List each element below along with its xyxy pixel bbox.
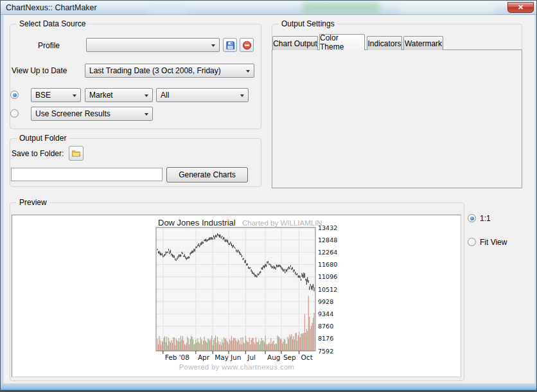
svg-text:8176: 8176 <box>318 335 333 342</box>
view-up-to-date-value: Last Trading Date (3 Oct 2008, Friday) <box>89 66 221 75</box>
svg-text:Jun: Jun <box>230 353 241 361</box>
segment-value: Market <box>89 91 113 100</box>
minus-circle-icon <box>242 40 252 50</box>
tab-label: Chart Output <box>273 39 317 48</box>
svg-text:7592: 7592 <box>318 348 333 355</box>
svg-text:Apr: Apr <box>198 353 210 361</box>
chevron-down-icon <box>145 94 148 97</box>
view-up-to-date-label: View Up to Date <box>12 66 67 75</box>
tab-content-panel <box>272 49 522 188</box>
svg-text:Sep: Sep <box>283 353 296 361</box>
tab-label: Watermark <box>405 39 442 48</box>
generate-charts-button[interactable]: Generate Charts <box>166 167 248 183</box>
folder-icon <box>71 148 81 158</box>
window-bottom-border <box>1 384 537 390</box>
save-profile-button[interactable] <box>223 38 237 52</box>
chevron-down-icon <box>211 44 215 47</box>
screener-source-radio[interactable] <box>10 109 19 118</box>
browse-folder-button[interactable] <box>69 146 84 161</box>
tab-label: Color Theme <box>320 33 364 51</box>
segment-combo[interactable]: Market <box>85 88 153 102</box>
svg-text:Jul: Jul <box>247 353 256 361</box>
chartmaker-dialog: ChartNexus:: ChartMaker ✕ Select Data So… <box>0 0 537 392</box>
chevron-down-icon <box>246 70 250 73</box>
title-bar[interactable]: ChartNexus:: ChartMaker <box>1 1 537 15</box>
screener-value: Use Screener Results <box>35 109 110 118</box>
group-legend: Output Folder <box>17 134 69 143</box>
floppy-disk-icon <box>225 40 235 50</box>
svg-text:9344: 9344 <box>318 310 333 317</box>
fit-view-radio[interactable] <box>468 238 476 246</box>
screener-combo[interactable]: Use Screener Results <box>31 107 153 121</box>
chart-preview-image: 1343212848122641168011096105129928934487… <box>132 217 341 373</box>
tab-chart-output[interactable]: Chart Output <box>272 36 318 50</box>
profile-combo[interactable] <box>86 38 220 52</box>
group-legend: Output Settings <box>279 19 337 28</box>
tab-label: Indicators <box>367 39 401 48</box>
svg-text:May: May <box>215 353 229 361</box>
svg-text:Feb '08: Feb '08 <box>165 353 189 361</box>
group-legend: Select Data Source <box>17 19 88 28</box>
fit-view-label: Fit View <box>480 238 507 247</box>
window-title: ChartNexus:: ChartMaker <box>6 1 97 15</box>
glass-reflection <box>399 2 495 13</box>
zoom-1to1-label: 1:1 <box>480 214 491 223</box>
delete-profile-button[interactable] <box>240 38 254 52</box>
filter-value: All <box>161 91 169 100</box>
candlestick-chart: 1343212848122641168011096105129928934487… <box>132 217 341 373</box>
zoom-1to1-radio[interactable] <box>468 214 476 222</box>
exchange-value: BSE <box>35 91 51 100</box>
tab-watermark[interactable]: Watermark <box>403 36 443 50</box>
view-up-to-date-combo[interactable]: Last Trading Date (3 Oct 2008, Friday) <box>85 64 254 78</box>
save-to-folder-label: Save to Folder: <box>12 149 64 158</box>
chevron-down-icon <box>73 94 76 97</box>
generate-charts-label: Generate Charts <box>179 170 236 179</box>
tab-indicators[interactable]: Indicators <box>367 36 402 50</box>
svg-text:10512: 10512 <box>318 286 337 293</box>
svg-text:11680: 11680 <box>318 261 337 268</box>
chart-footer: Powered by www.chartnexus.com <box>132 363 341 371</box>
market-source-radio[interactable] <box>10 91 19 99</box>
exchange-combo[interactable]: BSE <box>31 88 81 102</box>
folder-path-input[interactable] <box>11 168 163 181</box>
glass-reflection <box>148 2 187 13</box>
chevron-down-icon <box>145 113 148 116</box>
svg-text:11096: 11096 <box>318 273 337 280</box>
chart-watermark: Charted by WILLIAMLIN <box>242 219 322 227</box>
svg-text:12848: 12848 <box>318 236 337 244</box>
chevron-down-icon <box>240 94 244 97</box>
close-icon: ✕ <box>518 3 524 11</box>
svg-text:12264: 12264 <box>318 249 337 256</box>
filter-combo[interactable]: All <box>156 88 249 102</box>
tab-color-theme[interactable]: Color Theme <box>319 34 365 50</box>
svg-text:9928: 9928 <box>318 298 333 305</box>
svg-text:Aug: Aug <box>267 353 281 361</box>
svg-text:Oct: Oct <box>301 353 313 361</box>
close-button[interactable]: ✕ <box>507 2 534 13</box>
chart-title: Dow Jones Industrial <box>158 218 236 227</box>
glass-reflection <box>303 2 380 13</box>
group-legend: Preview <box>17 198 49 207</box>
svg-text:8760: 8760 <box>318 323 333 330</box>
profile-label: Profile <box>38 41 60 50</box>
